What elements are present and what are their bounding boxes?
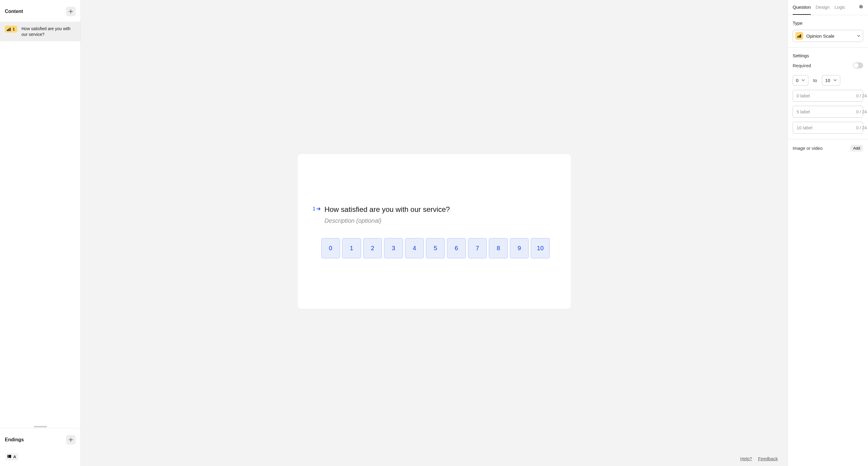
required-toggle[interactable] bbox=[853, 62, 863, 68]
panel-media-section: Image or video Add bbox=[788, 139, 868, 157]
tab-logic[interactable]: Logic bbox=[835, 0, 845, 15]
scale-option-7[interactable]: 7 bbox=[468, 238, 487, 258]
bar-chart-icon bbox=[7, 27, 11, 31]
endings-section: Endings A bbox=[0, 428, 81, 466]
chevron-down-icon bbox=[857, 33, 861, 39]
question-preview-text: How satisfied are you with our service? bbox=[22, 26, 76, 37]
question-type-select[interactable]: Opinion Scale bbox=[793, 30, 863, 42]
svg-rect-7 bbox=[800, 34, 801, 38]
gear-icon bbox=[858, 4, 863, 10]
endings-header: Endings bbox=[0, 428, 81, 450]
feedback-link[interactable]: Feedback bbox=[758, 456, 778, 461]
scale-option-8[interactable]: 8 bbox=[489, 238, 508, 258]
label-10-counter: 0 / 24 bbox=[854, 125, 867, 130]
sidebar-resize-handle[interactable] bbox=[0, 425, 81, 428]
question-index-number: 1 bbox=[313, 206, 315, 212]
tab-design[interactable]: Design bbox=[815, 0, 830, 15]
svg-rect-2 bbox=[10, 28, 10, 31]
scale-option-3[interactable]: 3 bbox=[384, 238, 403, 258]
required-row: Required bbox=[793, 62, 863, 68]
sidebar-left: Content 1 How satisfied are you with our… bbox=[0, 0, 81, 466]
scale-from-select[interactable]: 0 bbox=[793, 75, 808, 86]
label-0-input[interactable] bbox=[797, 93, 854, 98]
opinion-scale: 0 1 2 3 4 5 6 7 8 9 10 bbox=[321, 238, 556, 258]
content-title: Content bbox=[5, 9, 23, 14]
bar-chart-icon bbox=[795, 32, 803, 40]
scale-option-4[interactable]: 4 bbox=[405, 238, 424, 258]
svg-rect-0 bbox=[7, 30, 8, 31]
add-media-button[interactable]: Add bbox=[850, 145, 863, 152]
arrow-right-icon bbox=[316, 207, 321, 211]
sidebar-item-question-1[interactable]: 1 How satisfied are you with our service… bbox=[0, 22, 81, 41]
media-label: Image or video bbox=[793, 146, 823, 151]
label-10-input-wrap: 0 / 24 bbox=[793, 122, 863, 133]
ending-badge: A bbox=[5, 453, 19, 461]
scale-to-value: 10 bbox=[825, 78, 830, 83]
question-type-badge: 1 bbox=[5, 26, 17, 33]
scale-option-10[interactable]: 10 bbox=[531, 238, 550, 258]
scale-option-2[interactable]: 2 bbox=[363, 238, 382, 258]
svg-rect-5 bbox=[798, 36, 798, 38]
ending-icon bbox=[7, 454, 11, 459]
add-ending-button[interactable] bbox=[66, 435, 76, 444]
label-0-counter: 0 / 24 bbox=[854, 93, 867, 98]
question-description-input[interactable]: Description (optional) bbox=[324, 217, 555, 224]
svg-rect-4 bbox=[9, 455, 11, 458]
tab-question[interactable]: Question bbox=[793, 0, 811, 15]
svg-rect-1 bbox=[8, 29, 9, 31]
type-value: Opinion Scale bbox=[806, 33, 854, 39]
panel-tabs: Question Design Logic bbox=[788, 0, 868, 15]
help-link[interactable]: Help? bbox=[740, 456, 752, 461]
endings-title: Endings bbox=[5, 437, 24, 442]
label-5-input-wrap: 0 / 24 bbox=[793, 106, 863, 118]
footer-links: Help? Feedback bbox=[740, 456, 778, 461]
settings-label: Settings bbox=[793, 53, 863, 58]
panel-type-section: Type Opinion Scale bbox=[788, 15, 868, 48]
content-list: 1 How satisfied are you with our service… bbox=[0, 22, 81, 425]
sidebar-right: Question Design Logic Type Opinion Scale bbox=[787, 0, 868, 466]
chevron-down-icon bbox=[801, 78, 805, 83]
content-header: Content bbox=[0, 0, 81, 22]
panel-settings-section: Settings Required 0 to 10 bbox=[788, 48, 868, 139]
label-0-input-wrap: 0 / 24 bbox=[793, 90, 863, 101]
scale-to-select[interactable]: 10 bbox=[822, 75, 840, 86]
svg-rect-6 bbox=[799, 35, 800, 38]
scale-option-6[interactable]: 6 bbox=[447, 238, 466, 258]
svg-rect-3 bbox=[7, 455, 8, 458]
scale-option-5[interactable]: 5 bbox=[426, 238, 445, 258]
question-index: 1 bbox=[313, 205, 321, 212]
question-card: 1 How satisfied are you with our service… bbox=[298, 154, 571, 309]
scale-from-value: 0 bbox=[796, 78, 798, 83]
add-content-button[interactable] bbox=[66, 7, 76, 16]
ending-letter: A bbox=[13, 455, 16, 459]
plus-icon bbox=[69, 438, 73, 442]
question-title-input[interactable]: How satisfied are you with our service? bbox=[324, 205, 555, 214]
range-to-text: to bbox=[813, 78, 817, 83]
plus-icon bbox=[69, 9, 73, 13]
scale-option-0[interactable]: 0 bbox=[321, 238, 340, 258]
scale-range-row: 0 to 10 bbox=[793, 75, 863, 86]
label-5-counter: 0 / 24 bbox=[854, 110, 867, 114]
sidebar-item-ending-a[interactable]: A bbox=[0, 450, 81, 466]
label-5-input[interactable] bbox=[797, 109, 854, 114]
chevron-down-icon bbox=[833, 78, 837, 83]
canvas: 1 How satisfied are you with our service… bbox=[81, 0, 787, 466]
panel-settings-button[interactable] bbox=[858, 4, 863, 10]
scale-option-9[interactable]: 9 bbox=[510, 238, 529, 258]
type-label: Type bbox=[793, 21, 863, 26]
label-10-input[interactable] bbox=[797, 125, 854, 130]
required-label: Required bbox=[793, 63, 811, 68]
scale-option-1[interactable]: 1 bbox=[342, 238, 361, 258]
question-number: 1 bbox=[13, 27, 15, 31]
